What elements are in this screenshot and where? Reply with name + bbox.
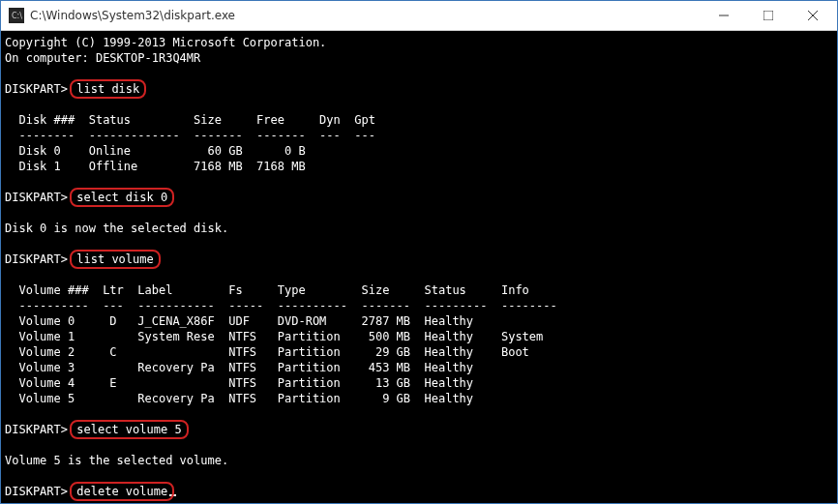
- titlebar-buttons: [702, 1, 835, 30]
- close-button[interactable]: [791, 1, 835, 30]
- msg-volume-selected: Volume 5 is the selected volume.: [5, 454, 228, 467]
- msg-disk-selected: Disk 0 is now the selected disk.: [5, 222, 228, 235]
- cmd-list-volume: list volume: [70, 250, 160, 269]
- window-title: C:\Windows\System32\diskpart.exe: [30, 9, 702, 22]
- minimize-button[interactable]: [702, 1, 746, 30]
- prompt: DISKPART>: [5, 82, 68, 96]
- copyright-line: Copyright (C) 1999-2013 Microsoft Corpor…: [5, 36, 326, 49]
- prompt: DISKPART>: [5, 191, 68, 204]
- prompt: DISKPART>: [5, 252, 68, 266]
- cmd-delete-volume: delete volume: [70, 482, 174, 501]
- computer-label: On computer:: [5, 51, 96, 65]
- maximize-button[interactable]: [746, 1, 791, 30]
- console-icon: C:\: [9, 8, 24, 23]
- volume-row-2: Volume 2 C NTFS Partition 29 GB Healthy …: [5, 345, 529, 359]
- terminal-output[interactable]: Copyright (C) 1999-2013 Microsoft Corpor…: [1, 31, 837, 503]
- volume-row-1: Volume 1 System Rese NTFS Partition 500 …: [5, 330, 543, 343]
- disk-row-0: Disk 0 Online 60 GB 0 B: [5, 144, 306, 158]
- titlebar[interactable]: C:\ C:\Windows\System32\diskpart.exe: [1, 1, 837, 31]
- volume-row-0: Volume 0 D J_CENA_X86F UDF DVD-ROM 2787 …: [5, 314, 473, 328]
- diskpart-window: C:\ C:\Windows\System32\diskpart.exe Cop…: [0, 0, 838, 504]
- volume-table-header: Volume ### Ltr Label Fs Type Size Status…: [5, 283, 529, 297]
- volume-row-4: Volume 4 E NTFS Partition 13 GB Healthy: [5, 376, 473, 390]
- volume-table-rule: ---------- --- ----------- ----- -------…: [5, 299, 557, 312]
- cmd-select-disk: select disk 0: [70, 188, 174, 207]
- prompt: DISKPART>: [5, 485, 68, 498]
- prompt: DISKPART>: [5, 423, 68, 436]
- volume-row-5: Volume 5 Recovery Pa NTFS Partition 9 GB…: [5, 392, 473, 405]
- cmd-select-volume: select volume 5: [70, 420, 188, 439]
- disk-table-rule: -------- ------------- ------- ------- -…: [5, 129, 375, 142]
- disk-row-1: Disk 1 Offline 7168 MB 7168 MB: [5, 160, 306, 173]
- volume-row-3: Volume 3 Recovery Pa NTFS Partition 453 …: [5, 361, 473, 374]
- cmd-list-disk: list disk: [70, 79, 146, 99]
- computer-name: DESKTOP-1R3Q4MR: [96, 51, 200, 65]
- disk-table-header: Disk ### Status Size Free Dyn Gpt: [5, 113, 375, 127]
- svg-rect-3: [763, 11, 773, 20]
- svg-text:C:\: C:\: [12, 12, 22, 20]
